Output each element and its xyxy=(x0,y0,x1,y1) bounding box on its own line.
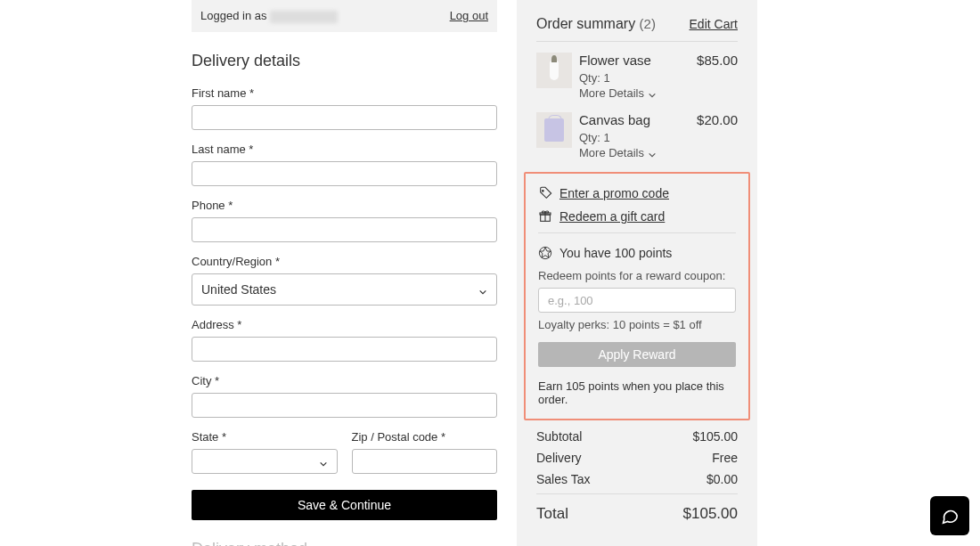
svg-marker-3 xyxy=(540,248,551,257)
delivery-details-title: Delivery details xyxy=(192,52,497,70)
chevron-down-icon xyxy=(478,285,487,294)
item-name: Flower vase xyxy=(579,53,651,68)
chevron-down-icon xyxy=(648,89,657,98)
zip-input[interactable] xyxy=(352,449,498,474)
total-value: $105.00 xyxy=(683,505,738,523)
item-price: $20.00 xyxy=(697,112,738,127)
login-bar: Logged in as Log out xyxy=(192,0,497,32)
more-details-toggle[interactable]: More Details xyxy=(579,86,657,100)
first-name-input[interactable] xyxy=(192,105,497,130)
first-name-label: First name * xyxy=(192,86,497,100)
cart-item: Canvas bag $20.00 Qty: 1 More Details xyxy=(536,112,738,159)
item-thumbnail xyxy=(536,53,572,88)
subtotal-value: $105.00 xyxy=(692,429,738,444)
cart-item: Flower vase $85.00 Qty: 1 More Details xyxy=(536,53,738,100)
address-label: Address * xyxy=(192,318,497,331)
delivery-value: Free xyxy=(712,451,738,465)
country-select[interactable]: United States xyxy=(192,273,497,306)
tax-label: Sales Tax xyxy=(536,472,590,486)
total-label: Total xyxy=(536,505,568,523)
points-balance: You have 100 points xyxy=(559,246,672,260)
logout-link[interactable]: Log out xyxy=(450,9,488,22)
edit-cart-link[interactable]: Edit Cart xyxy=(690,17,738,31)
gift-card-link[interactable]: Redeem a gift card xyxy=(559,209,665,224)
country-value: United States xyxy=(201,282,276,297)
delivery-label: Delivery xyxy=(536,451,582,465)
points-icon xyxy=(538,246,552,260)
more-details-toggle[interactable]: More Details xyxy=(579,146,657,159)
item-qty: Qty: 1 xyxy=(579,71,738,85)
delivery-method-title: Delivery method xyxy=(192,540,497,546)
country-label: Country/Region * xyxy=(192,255,497,268)
address-input[interactable] xyxy=(192,337,497,362)
save-continue-button[interactable]: Save & Continue xyxy=(192,490,497,520)
user-email-masked xyxy=(270,11,338,23)
order-summary-title: Order summary xyxy=(536,16,635,31)
points-input[interactable] xyxy=(538,288,736,313)
earn-note: Earn 105 points when you place this orde… xyxy=(538,379,736,406)
last-name-label: Last name * xyxy=(192,143,497,156)
gift-icon xyxy=(538,209,552,224)
item-price: $85.00 xyxy=(697,53,738,68)
last-name-input[interactable] xyxy=(192,161,497,186)
tax-value: $0.00 xyxy=(706,472,738,486)
subtotal-label: Subtotal xyxy=(536,429,582,444)
svg-point-4 xyxy=(539,247,551,258)
item-qty: Qty: 1 xyxy=(579,131,738,144)
phone-input[interactable] xyxy=(192,217,497,242)
redeem-label: Redeem points for a reward coupon: xyxy=(538,269,736,282)
svg-point-0 xyxy=(543,191,544,192)
phone-label: Phone * xyxy=(192,199,497,212)
state-select[interactable] xyxy=(192,449,338,474)
zip-label: Zip / Postal code * xyxy=(352,430,498,444)
chevron-down-icon xyxy=(648,149,657,158)
apply-reward-button[interactable]: Apply Reward xyxy=(538,342,736,367)
city-label: City * xyxy=(192,374,497,387)
item-name: Canvas bag xyxy=(579,112,650,127)
promo-code-link[interactable]: Enter a promo code xyxy=(559,186,669,200)
tag-icon xyxy=(538,186,552,200)
rewards-panel: Enter a promo code Redeem a gift card Yo… xyxy=(524,172,750,420)
state-label: State * xyxy=(192,430,338,444)
logged-in-prefix: Logged in as xyxy=(200,9,270,22)
item-thumbnail xyxy=(536,112,572,148)
order-summary-count: (2) xyxy=(640,16,656,31)
points-hint: Loyalty perks: 10 points = $1 off xyxy=(538,318,736,331)
chevron-down-icon xyxy=(319,457,328,466)
city-input[interactable] xyxy=(192,393,497,418)
chat-button[interactable] xyxy=(930,496,969,535)
